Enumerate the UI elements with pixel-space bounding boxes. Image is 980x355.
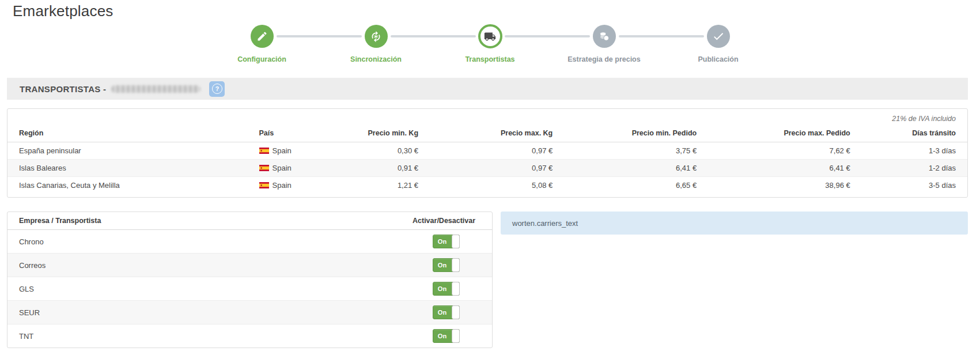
- toggle-on-label: On: [433, 259, 451, 271]
- cell-max-kg: 5,08 €: [430, 177, 564, 194]
- cell-min-kg: 0,30 €: [324, 142, 430, 160]
- toggle-on-label: On: [433, 235, 451, 248]
- iva-note: 21% de IVA incluido: [7, 114, 967, 125]
- col-pais: País: [248, 125, 324, 142]
- cell-region: España peninsular: [7, 142, 248, 160]
- rates-panel: 21% de IVA incluido Región País Precio m…: [7, 108, 968, 198]
- cell-transit: 1-3 días: [862, 142, 967, 160]
- step-label: Estrategia de precios: [567, 55, 640, 63]
- table-row: Islas Baleares Spain 0,91 € 0,97 € 6,41 …: [7, 160, 967, 177]
- cell-max-kg: 0,97 €: [430, 160, 564, 177]
- spain-flag-icon: [259, 182, 269, 188]
- col-empresa-transportista: Empresa / Transportista: [7, 212, 400, 230]
- step-label: Publicación: [698, 55, 738, 63]
- cell-region: Islas Baleares: [7, 160, 248, 177]
- pencil-icon: [251, 25, 274, 48]
- section-header: TRANSPORTISTAS - ?: [7, 78, 968, 100]
- carrier-row: Correos On: [7, 254, 492, 277]
- toggle-tnt[interactable]: On: [433, 329, 460, 343]
- cell-max-order: 7,62 €: [708, 142, 862, 160]
- rates-table: Región País Precio min. Kg Precio max. K…: [7, 125, 967, 194]
- col-dias-transito: Días tránsito: [862, 125, 967, 142]
- redacted-shop-name: [111, 85, 200, 93]
- carriers-panel: Empresa / Transportista Activar/Desactiv…: [7, 212, 493, 348]
- carriers-table: Empresa / Transportista Activar/Desactiv…: [7, 212, 492, 348]
- page-title: Emarketplaces: [13, 2, 980, 20]
- col-activar-desactivar: Activar/Desactivar: [400, 212, 492, 230]
- section-title: TRANSPORTISTAS -: [20, 84, 106, 94]
- carrier-toggle-cell: On: [400, 301, 492, 324]
- col-precio-min-kg: Precio min. Kg: [324, 125, 430, 142]
- carrier-name: TNT: [7, 324, 400, 348]
- toggle-on-label: On: [433, 330, 451, 342]
- carrier-row: TNT On: [7, 324, 492, 348]
- col-precio-max-pedido: Precio max. Pedido: [708, 125, 862, 142]
- carrier-toggle-cell: On: [400, 230, 492, 254]
- toggle-knob: [452, 235, 460, 248]
- carrier-name: SEUR: [7, 301, 400, 324]
- carrier-toggle-cell: On: [400, 254, 492, 277]
- toggle-gls[interactable]: On: [433, 282, 460, 296]
- carrier-row: Chrono On: [7, 230, 492, 254]
- coins-icon: [593, 25, 616, 48]
- rates-header-row: Región País Precio min. Kg Precio max. K…: [7, 125, 967, 142]
- info-box-text: worten.carriers_text: [512, 219, 578, 228]
- truck-icon: [478, 24, 502, 48]
- step-label: Sincronización: [350, 55, 402, 63]
- cell-min-order: 3,75 €: [564, 142, 708, 160]
- cell-region: Islas Canarias, Ceuta y Melilla: [7, 177, 248, 194]
- step-configuracion[interactable]: Configuración: [205, 24, 319, 63]
- cell-max-kg: 0,97 €: [430, 142, 564, 160]
- table-row: España peninsular Spain 0,30 € 0,97 € 3,…: [7, 142, 967, 160]
- carrier-toggle-cell: On: [400, 324, 492, 348]
- cell-max-order: 6,41 €: [708, 160, 862, 177]
- carrier-name: Chrono: [7, 230, 400, 254]
- cell-transit: 3-5 días: [862, 177, 967, 194]
- col-region: Región: [7, 125, 248, 142]
- cell-transit: 1-2 días: [862, 160, 967, 177]
- info-box: worten.carriers_text: [501, 212, 968, 235]
- step-transportistas[interactable]: Transportistas: [433, 24, 547, 63]
- col-precio-min-pedido: Precio min. Pedido: [564, 125, 708, 142]
- toggle-knob: [452, 305, 460, 319]
- toggle-knob: [452, 329, 460, 343]
- cell-country: Spain: [248, 177, 324, 194]
- step-estrategia-de-precios[interactable]: Estrategia de precios: [547, 24, 661, 63]
- cell-country: Spain: [248, 142, 324, 160]
- carrier-row: SEUR On: [7, 301, 492, 324]
- step-sincronizacion[interactable]: Sincronización: [319, 24, 433, 63]
- toggle-knob: [452, 258, 460, 272]
- cell-min-order: 6,65 €: [564, 177, 708, 194]
- cell-min-kg: 0,91 €: [324, 160, 430, 177]
- carrier-name: Correos: [7, 254, 400, 277]
- help-button[interactable]: ?: [209, 81, 225, 97]
- toggle-seur[interactable]: On: [433, 305, 460, 319]
- step-label: Configuración: [237, 55, 286, 63]
- question-icon: ?: [212, 84, 222, 94]
- carrier-name: GLS: [7, 277, 400, 301]
- cell-min-order: 6,41 €: [564, 160, 708, 177]
- toggle-on-label: On: [433, 306, 451, 319]
- table-row: Islas Canarias, Ceuta y Melilla Spain 1,…: [7, 177, 967, 194]
- cell-min-kg: 1,21 €: [324, 177, 430, 194]
- step-label: Transportistas: [465, 55, 514, 63]
- spain-flag-icon: [259, 148, 269, 154]
- toggle-on-label: On: [433, 282, 451, 295]
- cell-max-order: 38,96 €: [708, 177, 862, 194]
- carrier-row: GLS On: [7, 277, 492, 301]
- carriers-header-row: Empresa / Transportista Activar/Desactiv…: [7, 212, 492, 230]
- toggle-chrono[interactable]: On: [433, 235, 460, 248]
- carrier-toggle-cell: On: [400, 277, 492, 301]
- cell-country: Spain: [248, 160, 324, 177]
- wizard-stepper: Configuración Sincronización Transportis…: [205, 24, 775, 63]
- toggle-knob: [452, 282, 460, 296]
- col-precio-max-kg: Precio max. Kg: [430, 125, 564, 142]
- step-publicacion[interactable]: Publicación: [661, 24, 775, 63]
- spain-flag-icon: [259, 165, 269, 171]
- sync-icon: [365, 25, 388, 48]
- check-icon: [707, 25, 730, 48]
- toggle-correos[interactable]: On: [433, 258, 460, 272]
